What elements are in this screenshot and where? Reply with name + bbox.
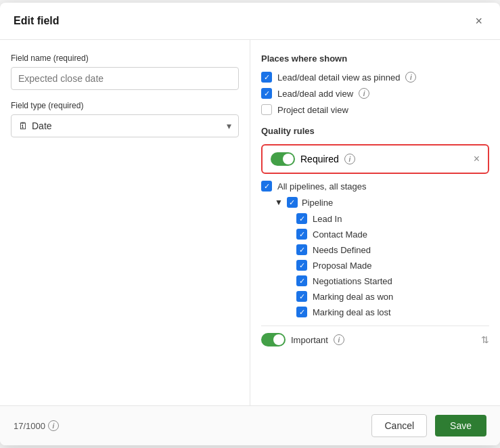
pipeline-row: ▼ ✓ Pipeline	[275, 197, 489, 208]
stage-negotiations-started-label: Negotiations Started	[313, 276, 392, 286]
right-panel: Places where shown ✓ Lead/deal detail vi…	[250, 40, 500, 405]
pipeline-label: Pipeline	[302, 198, 333, 208]
stage-row-proposal-made: ✓ Proposal Made	[296, 260, 489, 271]
required-toggle[interactable]	[271, 152, 295, 166]
stage-marking-lost-label: Marking deal as lost	[313, 307, 391, 317]
field-type-select[interactable]: 🗓 Date ▾	[11, 114, 239, 137]
field-type-group: Field type (required) 🗓 Date ▾	[11, 101, 239, 137]
modal-body: Field name (required) Field type (requir…	[0, 40, 500, 405]
info-icon-important[interactable]: i	[334, 334, 344, 345]
quality-rules-title: Quality rules	[261, 126, 489, 136]
checkbox-contact-made[interactable]: ✓	[296, 229, 307, 240]
all-pipelines-label: All pipelines, all stages	[277, 181, 367, 192]
edit-field-modal: Edit field × Field name (required) Field…	[0, 3, 500, 445]
required-label: Required	[300, 154, 339, 164]
required-rule-inner: Required i	[271, 152, 468, 166]
required-rule-close-button[interactable]: ×	[474, 153, 480, 165]
chevron-down-icon: ▾	[227, 120, 231, 131]
places-section-title: Places where shown	[261, 53, 489, 64]
checkbox-needs-defined[interactable]: ✓	[296, 244, 307, 255]
modal-header: Edit field ×	[0, 3, 500, 40]
stage-row-contact-made: ✓ Contact Made	[296, 229, 489, 240]
counter-group: 17/1000 i	[14, 420, 59, 431]
all-pipelines-row: ✓ All pipelines, all stages	[261, 181, 489, 192]
place-project-detail-label: Project detail view	[277, 105, 348, 115]
place-lead-deal-add: ✓ Lead/deal add view i	[261, 88, 489, 99]
modal-footer: 17/1000 i Cancel Save	[0, 405, 500, 445]
info-icon-required[interactable]: i	[344, 154, 355, 164]
stage-contact-made-label: Contact Made	[313, 229, 367, 240]
counter-value: 17/1000	[14, 421, 45, 431]
modal-title: Edit field	[14, 15, 60, 27]
important-toggle[interactable]	[261, 333, 286, 346]
checkbox-negotiations-started[interactable]: ✓	[296, 275, 307, 286]
checkbox-pipeline[interactable]: ✓	[287, 197, 298, 208]
place-lead-deal-add-label: Lead/deal add view	[277, 89, 353, 99]
info-icon-lead-deal-add[interactable]: i	[359, 88, 369, 99]
stage-proposal-made-label: Proposal Made	[313, 261, 371, 271]
left-panel: Field name (required) Field type (requir…	[0, 40, 250, 405]
checkbox-project-detail[interactable]	[261, 104, 272, 115]
calendar-icon: 🗓	[18, 120, 28, 131]
checkbox-marking-won[interactable]: ✓	[296, 291, 307, 302]
info-icon-counter[interactable]: i	[48, 420, 59, 431]
place-lead-deal-detail: ✓ Lead/deal detail view as pinned i	[261, 72, 489, 83]
field-name-group: Field name (required)	[11, 53, 239, 90]
important-row: Important i ⇅	[261, 326, 489, 346]
stage-needs-defined-label: Needs Defined	[313, 245, 371, 255]
stage-row-needs-defined: ✓ Needs Defined	[296, 244, 489, 255]
field-type-value: Date	[32, 120, 52, 131]
pipeline-arrow-icon[interactable]: ▼	[275, 198, 283, 207]
field-name-label: Field name (required)	[11, 53, 239, 63]
save-button[interactable]: Save	[435, 415, 486, 436]
place-lead-deal-detail-label: Lead/deal detail view as pinned	[277, 72, 400, 83]
checkbox-lead-in[interactable]: ✓	[296, 213, 307, 224]
checkbox-all-pipelines[interactable]: ✓	[261, 181, 272, 192]
checkbox-lead-deal-add[interactable]: ✓	[261, 88, 272, 99]
stage-row-negotiations-started: ✓ Negotiations Started	[296, 275, 489, 286]
sort-icon[interactable]: ⇅	[481, 334, 489, 345]
modal-close-button[interactable]: ×	[471, 14, 486, 28]
checkbox-proposal-made[interactable]: ✓	[296, 260, 307, 271]
info-icon-lead-deal-detail[interactable]: i	[405, 72, 416, 83]
stage-row-marking-won: ✓ Marking deal as won	[296, 291, 489, 302]
checkbox-lead-deal-detail[interactable]: ✓	[261, 72, 272, 83]
checkbox-marking-lost[interactable]: ✓	[296, 307, 307, 317]
field-type-label: Field type (required)	[11, 101, 239, 110]
place-project-detail: Project detail view	[261, 104, 489, 115]
quality-rules-section: Quality rules Required i × ✓ All pipelin…	[261, 126, 489, 346]
stage-lead-in-label: Lead In	[313, 214, 342, 224]
important-label: Important	[291, 335, 328, 345]
cancel-button[interactable]: Cancel	[371, 414, 427, 437]
field-name-input[interactable]	[11, 67, 239, 90]
stage-row-lead-in: ✓ Lead In	[296, 213, 489, 224]
required-rule-box: Required i ×	[261, 144, 489, 174]
stage-marking-won-label: Marking deal as won	[313, 292, 393, 302]
stage-row-marking-lost: ✓ Marking deal as lost	[296, 307, 489, 317]
